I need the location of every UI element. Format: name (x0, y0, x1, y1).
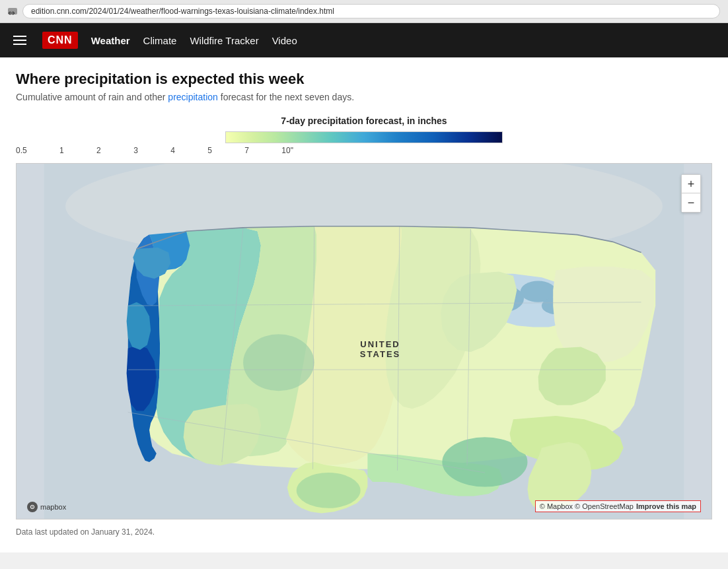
legend-bar (16, 131, 712, 143)
data-updated: Data last updated on January 31, 2024. (16, 525, 712, 539)
map-container[interactable]: UNITED STATES + − ⊙ mapbox © Mapbox © Op… (16, 163, 712, 519)
us-map-svg (17, 164, 711, 519)
legend-label-2: 2 (96, 146, 101, 155)
nav-climate[interactable]: Climate (143, 32, 177, 49)
browser-bar: ⇔ edition.cnn.com/2024/01/24/weather/flo… (0, 0, 728, 23)
nav-weather[interactable]: Weather (91, 32, 130, 49)
navbar: CNN Weather Climate Wildfire Tracker Vid… (0, 23, 728, 57)
legend-title: 7-day precipitation forecast, in inches (16, 116, 712, 126)
legend-container: 7-day precipitation forecast, in inches … (16, 116, 712, 155)
improve-map-link[interactable]: Improve this map (636, 502, 696, 510)
legend-label-7: 10" (281, 146, 293, 155)
svg-point-7 (243, 334, 314, 391)
mapbox-label: mapbox (40, 503, 66, 511)
legend-gradient (225, 131, 503, 143)
attribution-text: © Mapbox © OpenStreetMap (540, 502, 634, 510)
legend-labels: 0.5 1 2 3 4 5 7 10" (16, 146, 293, 155)
browser-dots: ⇔ (8, 8, 17, 15)
svg-point-2 (297, 473, 361, 508)
legend-label-4: 4 (170, 146, 175, 155)
zoom-in-button[interactable]: + (682, 175, 700, 193)
zoom-controls[interactable]: + − (681, 174, 701, 213)
precipitation-link[interactable]: precipitation (168, 92, 218, 102)
nav-wildfire-tracker[interactable]: Wildfire Tracker (190, 32, 258, 49)
legend-label-0: 0.5 (16, 146, 27, 155)
nav-video[interactable]: Video (272, 32, 297, 49)
legend-label-1: 1 (59, 146, 64, 155)
zoom-out-button[interactable]: − (682, 193, 700, 212)
legend-label-5: 5 (207, 146, 212, 155)
url-bar[interactable]: edition.cnn.com/2024/01/24/weather/flood… (22, 4, 720, 18)
mapbox-logo: ⊙ mapbox (27, 502, 66, 512)
cnn-logo[interactable]: CNN (42, 32, 78, 49)
content-area: Where precipitation is expected this wee… (0, 57, 728, 552)
resize-icon: ⇔ (8, 8, 17, 15)
legend-label-3: 3 (133, 146, 138, 155)
page-title: Where precipitation is expected this wee… (16, 71, 712, 88)
hamburger-menu[interactable] (11, 33, 29, 48)
mapbox-icon: ⊙ (27, 502, 38, 512)
map-attribution: © Mapbox © OpenStreetMap Improve this ma… (535, 500, 701, 512)
legend-label-6: 7 (244, 146, 249, 155)
page-subtitle: Cumulative amount of rain and other prec… (16, 92, 712, 102)
